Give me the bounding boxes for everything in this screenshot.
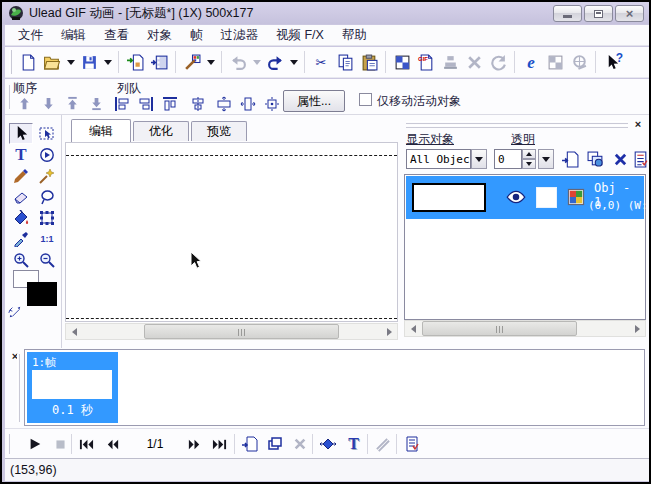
toolbar-grip[interactable] [9,50,12,74]
save-dropdown-button[interactable] [101,49,114,75]
move-to-top-button[interactable] [61,94,83,113]
scroll-left-button[interactable] [405,321,421,336]
frame-strip-grip[interactable] [17,354,20,422]
add-frame-button[interactable] [238,433,261,455]
eraser-tool-button[interactable] [9,186,33,207]
menu-view[interactable]: 查看 [95,25,138,46]
menu-video-fx[interactable]: 视频 F/X [267,25,333,46]
new-document-button[interactable] [16,49,40,75]
playbar-grip[interactable] [7,434,10,454]
actual-size-button[interactable]: 1:1 [35,228,59,249]
object-color-swatch[interactable] [536,187,557,208]
open-button[interactable] [40,49,64,75]
scroll-right-button[interactable] [381,324,397,339]
menu-frame[interactable]: 帧 [181,25,212,46]
undo-dropdown-button[interactable] [250,49,263,75]
move-down-button[interactable] [37,94,59,113]
menu-filters[interactable]: 过滤器 [212,25,268,46]
menu-help[interactable]: 帮助 [333,25,376,46]
cut-button[interactable]: ✂ [309,49,333,75]
zoom-in-tool-button[interactable] [9,249,33,270]
scrollbar-thumb[interactable] [144,324,339,339]
center-horizontal-button[interactable] [213,94,235,113]
stop-button[interactable] [49,433,72,455]
rotate-button[interactable] [486,49,510,75]
resize-button[interactable] [462,49,486,75]
open-dropdown-button[interactable] [64,49,77,75]
zoom-out-tool-button[interactable] [35,249,59,270]
scroll-left-button[interactable] [66,324,82,339]
properties-button[interactable]: 属性... [283,90,345,112]
add-object-button[interactable] [560,149,580,169]
close-button[interactable]: × [615,5,644,22]
lasso-tool-button[interactable] [35,186,59,207]
object-list-item[interactable]: Obj - 1 (0,0) (W:500, H:177 [406,176,644,219]
object-properties-button[interactable] [630,149,650,169]
redo-button[interactable] [263,49,287,75]
last-frame-button[interactable] [208,433,231,455]
object-list-horizontal-scrollbar[interactable] [404,320,646,337]
transform-tool-button[interactable] [35,207,59,228]
banner-text-button[interactable]: T [342,433,365,455]
remove-effect-button[interactable] [371,433,394,455]
animation-tool-button[interactable] [35,144,59,165]
menu-edit[interactable]: 编辑 [52,25,95,46]
add-image-button[interactable] [123,49,147,75]
previous-frame-button[interactable] [101,433,124,455]
fill-tool-button[interactable] [9,207,33,228]
title-bar[interactable]: Ulead GIF 动画 - [无标题*] (1X) 500x177 × [2,2,649,24]
tab-edit[interactable]: 编辑 [71,119,131,142]
move-up-button[interactable] [13,94,35,113]
frame-properties-button[interactable] [400,433,423,455]
transparency-spinner[interactable]: 0 [494,149,554,169]
align-center-vertical-button[interactable] [187,94,209,113]
undo-button[interactable] [226,49,250,75]
save-button[interactable] [77,49,101,75]
spin-up-button[interactable] [522,149,536,159]
preview-in-browser-button[interactable]: e [519,49,543,75]
restore-button[interactable] [584,5,613,22]
swap-colors-button[interactable] [8,305,22,323]
context-help-button[interactable]: ? [600,49,624,75]
duplicate-frame-button[interactable] [263,433,286,455]
add-video-button[interactable] [147,49,171,75]
copy-button[interactable] [333,49,357,75]
stamp-button[interactable] [438,49,462,75]
align-right-button[interactable] [135,94,157,113]
panel-grip[interactable] [406,125,628,128]
redo-dropdown-button[interactable] [287,49,300,75]
selection-tool-button[interactable] [9,123,33,144]
spin-down-button[interactable] [522,159,536,169]
text-tool-button[interactable]: T [9,144,33,165]
align-top-button[interactable] [159,94,181,113]
color-palette-dropdown-button[interactable] [204,49,217,75]
align-left-button[interactable] [111,94,133,113]
magic-wand-tool-button[interactable] [35,165,59,186]
objects-filter-dropdown-button[interactable] [471,149,487,169]
objects-filter-combobox[interactable]: All Object: [406,149,487,169]
preview-disabled-button[interactable] [543,49,567,75]
tab-optimize[interactable]: 优化 [133,121,189,141]
move-active-only-checkbox[interactable] [359,93,372,106]
play-button[interactable] [23,433,46,455]
optimize-button[interactable] [390,49,414,75]
canvas[interactable] [65,142,398,322]
delete-object-button[interactable] [610,149,630,169]
tab-preview[interactable]: 预览 [191,121,247,141]
center-vertical-button[interactable] [237,94,259,113]
paintbrush-tool-button[interactable] [9,165,33,186]
first-frame-button[interactable] [75,433,98,455]
minimize-button[interactable] [553,5,582,22]
foreground-color-swatch[interactable] [27,282,57,306]
canvas-horizontal-scrollbar[interactable] [65,323,398,340]
visibility-eye-icon[interactable] [506,187,526,211]
panel-grip[interactable] [406,121,628,124]
center-both-button[interactable] [261,94,283,113]
toolbar-grip[interactable] [7,85,10,109]
object-select-tool-button[interactable] [35,123,59,144]
gif-export-button[interactable]: GIF [414,49,438,75]
menu-file[interactable]: 文件 [9,25,52,46]
paste-button[interactable] [357,49,381,75]
menu-object[interactable]: 对象 [138,25,181,46]
scrollbar-thumb[interactable] [422,321,577,336]
